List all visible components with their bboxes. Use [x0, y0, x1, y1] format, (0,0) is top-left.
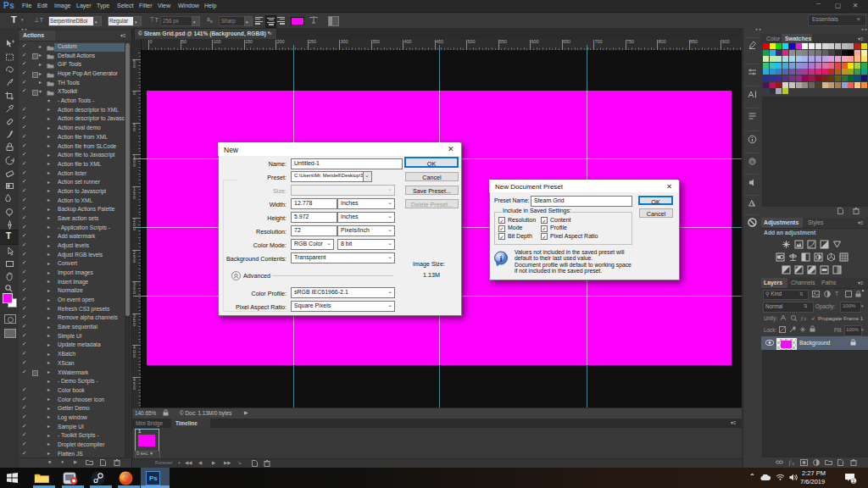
svg-text:tb: tb: [751, 160, 754, 164]
svg-text:x: x: [804, 316, 807, 321]
svg-text:f: f: [789, 459, 792, 467]
svg-text:i: i: [499, 253, 502, 263]
svg-text:x: x: [793, 461, 795, 466]
